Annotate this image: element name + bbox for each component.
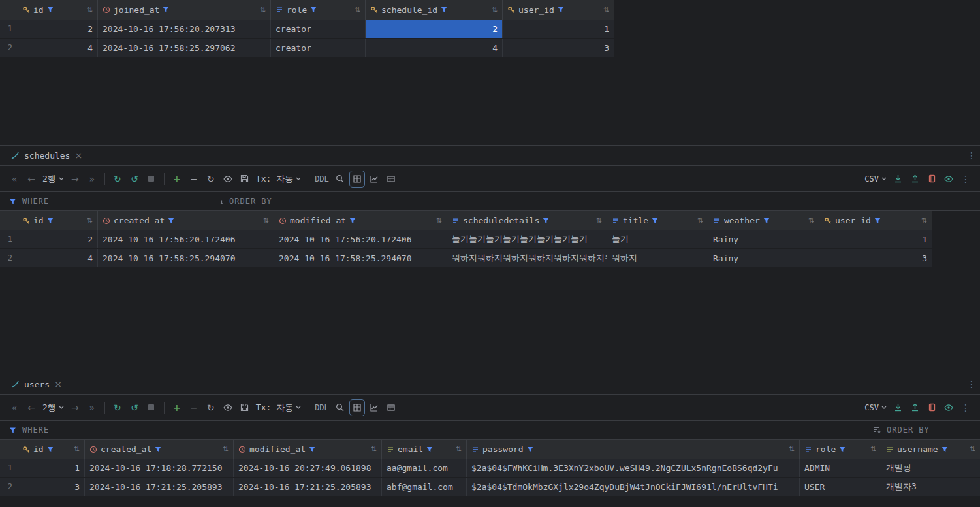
revert-changes-button[interactable]: [203, 171, 219, 188]
column-header-weather[interactable]: weather: [708, 211, 819, 230]
chart-view-toggle[interactable]: [366, 399, 382, 416]
cell-joined-at[interactable]: 2024-10-16 17:56:20.207313: [98, 20, 271, 38]
delete-row-button[interactable]: [186, 171, 202, 188]
sort-icon[interactable]: [970, 446, 975, 453]
cell-schedule-id-selected[interactable]: 2: [366, 20, 503, 38]
ddl-button[interactable]: DDL: [313, 399, 331, 416]
where-clause-field[interactable]: WHERE: [0, 197, 49, 206]
filter-funnel-icon[interactable]: [543, 218, 549, 224]
column-header-id[interactable]: id: [18, 211, 98, 230]
sort-icon[interactable]: [263, 217, 269, 224]
tx-mode-dropdown[interactable]: Tx: 자동: [254, 399, 303, 416]
cell-weather[interactable]: Rainy: [708, 230, 819, 248]
cell-id[interactable]: 4: [18, 249, 98, 267]
toolbar-options-button[interactable]: [958, 171, 973, 188]
filter-funnel-icon[interactable]: [839, 446, 846, 453]
filter-funnel-icon[interactable]: [47, 446, 54, 453]
find-button[interactable]: [332, 171, 348, 188]
cell-scheduledetails[interactable]: 놀기놀기놀기놀기놀기놀기놀기놀기: [447, 230, 607, 248]
column-header-user-id[interactable]: user_id: [503, 0, 614, 20]
sort-icon[interactable]: [596, 217, 602, 224]
next-page-button[interactable]: [67, 171, 83, 188]
page-size-dropdown[interactable]: 2행: [40, 399, 66, 416]
column-header-username[interactable]: username: [881, 440, 980, 459]
filter-funnel-icon[interactable]: [527, 446, 533, 453]
toolbar-options-button[interactable]: [958, 399, 973, 416]
column-header-id[interactable]: id: [18, 440, 85, 459]
notebook-button[interactable]: [924, 399, 940, 416]
sort-icon[interactable]: [603, 7, 609, 14]
row-number[interactable]: 1: [0, 20, 18, 38]
first-page-button[interactable]: [7, 171, 22, 188]
stop-button[interactable]: [144, 399, 159, 416]
filter-funnel-icon[interactable]: [558, 7, 564, 13]
cell-id[interactable]: 1: [18, 459, 85, 477]
sort-icon[interactable]: [87, 217, 93, 224]
filter-funnel-icon[interactable]: [163, 7, 169, 13]
cell-modified-at[interactable]: 2024-10-16 20:27:49.061898: [234, 459, 382, 477]
prev-page-button[interactable]: [24, 399, 39, 416]
column-header-joined-at[interactable]: joined_at: [98, 0, 271, 20]
sort-icon[interactable]: [74, 446, 80, 453]
order-by-field[interactable]: ORDER BY: [215, 197, 272, 206]
filter-funnel-icon[interactable]: [874, 218, 881, 224]
where-clause-field[interactable]: WHERE: [0, 425, 49, 434]
notebook-button[interactable]: [924, 171, 940, 188]
cell-title[interactable]: 뭐하지: [607, 249, 708, 267]
close-icon[interactable]: [54, 380, 62, 389]
import-data-button[interactable]: [907, 399, 923, 416]
sort-icon[interactable]: [87, 7, 93, 14]
sort-icon[interactable]: [260, 7, 266, 14]
cell-scheduledetails[interactable]: 뭐하지뭐하지뭐하지뭐하지뭐하지뭐하지뭐하지: [447, 249, 607, 267]
row-number[interactable]: 1: [0, 230, 18, 248]
column-header-role[interactable]: role: [271, 0, 366, 20]
next-page-button[interactable]: [67, 399, 83, 416]
revert-changes-button[interactable]: [203, 399, 219, 416]
sort-icon[interactable]: [921, 217, 927, 224]
sort-icon[interactable]: [355, 7, 360, 14]
cell-created-at[interactable]: 2024-10-16 17:56:20.172406: [98, 230, 274, 248]
reload-page-button[interactable]: [110, 171, 125, 188]
prev-page-button[interactable]: [24, 171, 39, 188]
cell-created-at[interactable]: 2024-10-16 17:21:25.205893: [85, 478, 234, 496]
order-by-field[interactable]: ORDER BY: [873, 425, 930, 434]
export-data-button[interactable]: [890, 171, 906, 188]
cell-id[interactable]: 2: [18, 230, 98, 248]
column-header-scheduledetails[interactable]: scheduledetails: [447, 211, 607, 230]
chart-view-toggle[interactable]: [366, 171, 382, 188]
sort-icon[interactable]: [223, 446, 229, 453]
filter-funnel-icon[interactable]: [941, 446, 948, 453]
tab-schedules[interactable]: schedules: [4, 146, 89, 165]
delete-row-button[interactable]: [186, 399, 202, 416]
cell-joined-at[interactable]: 2024-10-16 17:58:25.297062: [98, 39, 271, 57]
filter-funnel-icon[interactable]: [763, 218, 770, 224]
query-history-button[interactable]: [127, 399, 142, 416]
column-header-created-at[interactable]: created_at: [98, 211, 274, 230]
page-size-dropdown[interactable]: 2행: [40, 171, 66, 188]
cell-password[interactable]: $2a$04$TdmOkMbzGXjlx29o4ZqyDuBjW4tJnOCki…: [467, 478, 800, 496]
filter-funnel-icon[interactable]: [310, 7, 317, 13]
column-header-title[interactable]: title: [607, 211, 708, 230]
row-number[interactable]: 1: [0, 459, 18, 477]
cell-id[interactable]: 4: [18, 39, 98, 57]
cell-modified-at[interactable]: 2024-10-16 17:21:25.205893: [234, 478, 382, 496]
row-number[interactable]: 2: [0, 478, 18, 496]
last-page-button[interactable]: [84, 399, 100, 416]
cell-created-at[interactable]: 2024-10-16 17:18:28.772150: [85, 459, 234, 477]
column-header-modified-at[interactable]: modified_at: [234, 440, 382, 459]
add-row-button[interactable]: [169, 399, 185, 416]
column-header-created-at[interactable]: created_at: [85, 440, 234, 459]
add-row-button[interactable]: [169, 171, 185, 188]
tab-users[interactable]: users: [4, 374, 69, 394]
filter-funnel-icon[interactable]: [309, 446, 315, 453]
kebab-menu-icon[interactable]: [967, 380, 976, 389]
cell-id[interactable]: 2: [18, 20, 98, 38]
find-button[interactable]: [332, 399, 348, 416]
last-page-button[interactable]: [84, 171, 100, 188]
cell-role[interactable]: creator: [271, 20, 366, 38]
preview-changes-button[interactable]: [220, 399, 236, 416]
sort-icon[interactable]: [371, 446, 377, 453]
close-icon[interactable]: [74, 151, 82, 160]
sort-icon[interactable]: [808, 217, 814, 224]
ddl-button[interactable]: DDL: [313, 171, 331, 188]
